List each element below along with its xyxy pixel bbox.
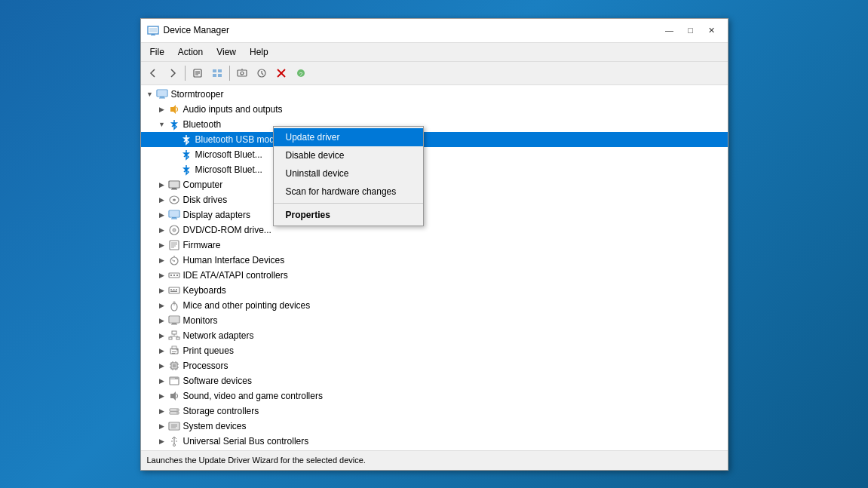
tree-item-sysdev[interactable]: ▶ System devices xyxy=(141,419,728,434)
monitors-icon xyxy=(168,315,180,327)
expand-storage[interactable]: ▶ xyxy=(156,405,168,417)
tree-item-computer[interactable]: ▶ Computer xyxy=(141,177,728,192)
device-manager-window: Device Manager — □ ✕ File Action View He… xyxy=(140,18,728,471)
svg-rect-2 xyxy=(152,34,155,35)
tree-panel[interactable]: ▼ Stormtrooper ▶ xyxy=(141,85,728,450)
menu-help[interactable]: Help xyxy=(244,45,275,60)
tree-item-processors[interactable]: ▶ Processors xyxy=(141,358,728,373)
tree-item-bluetooth[interactable]: ▼ Bluetooth xyxy=(141,117,728,132)
tree-item-sound[interactable]: ▶ Sound, video and game controllers xyxy=(141,388,728,404)
svg-rect-50 xyxy=(176,275,178,276)
ctx-update-driver[interactable]: Update driver xyxy=(274,128,423,146)
expand-sound[interactable]: ▶ xyxy=(156,390,168,402)
maximize-button[interactable]: □ xyxy=(681,23,701,38)
expand-usb[interactable]: ▶ xyxy=(156,435,168,447)
computer-icon xyxy=(156,88,168,100)
expand-firmware[interactable]: ▶ xyxy=(156,239,168,251)
bluetooth-label: Bluetooth xyxy=(183,119,222,130)
menu-action[interactable]: Action xyxy=(172,45,209,60)
status-text: Launches the Update Driver Wizard for th… xyxy=(147,456,533,465)
ctx-properties[interactable]: Properties xyxy=(274,206,423,224)
ctx-uninstall-device[interactable]: Uninstall device xyxy=(274,164,423,183)
title-bar-left: Device Manager xyxy=(147,24,229,36)
expand-keyboards[interactable]: ▶ xyxy=(156,284,168,296)
toolbar-help-btn[interactable]: ? xyxy=(292,64,310,82)
expand-ide[interactable]: ▶ xyxy=(156,269,168,281)
tree-item-ms-bt2[interactable]: Microsoft Bluet... xyxy=(141,162,728,177)
svg-rect-49 xyxy=(173,275,175,276)
ctx-disable-device[interactable]: Disable device xyxy=(274,146,423,164)
tree-item-storage[interactable]: ▶ Storage controllers xyxy=(141,404,728,419)
toolbar-sep-2 xyxy=(229,66,230,81)
tree-item-mice[interactable]: ▶ Mice and other pointing devices xyxy=(141,298,728,313)
minimize-button[interactable]: — xyxy=(660,23,679,38)
svg-point-13 xyxy=(241,72,244,75)
tree-item-dvd[interactable]: ▶ DVD/CD-ROM drive... xyxy=(141,223,728,238)
svg-point-93 xyxy=(176,409,177,410)
expand-print[interactable]: ▶ xyxy=(156,345,168,357)
tree-item-ide[interactable]: ▶ IDE ATA/ATAPI controllers xyxy=(141,268,728,283)
expand-audio[interactable]: ▶ xyxy=(156,103,168,115)
expand-computer[interactable]: ▶ xyxy=(156,179,168,191)
tree-item-network[interactable]: ▶ Network adapters xyxy=(141,328,728,343)
mice-icon xyxy=(168,299,180,312)
tree-item-audio[interactable]: ▶ Audio inputs and outputs xyxy=(141,102,728,117)
toolbar-back-btn[interactable] xyxy=(144,64,162,82)
tree-item-print[interactable]: ▶ Print queues xyxy=(141,343,728,358)
expand-display[interactable]: ▶ xyxy=(156,209,168,221)
firmware-icon xyxy=(168,239,180,251)
toolbar-update-btn[interactable] xyxy=(233,64,251,82)
expand-software[interactable]: ▶ xyxy=(156,375,168,387)
expand-network[interactable]: ▶ xyxy=(156,330,168,342)
toolbar-properties-btn[interactable] xyxy=(189,64,207,82)
toolbar-sep-1 xyxy=(185,66,186,81)
storage-label: Storage controllers xyxy=(183,406,259,416)
menu-bar: File Action View Help xyxy=(141,43,728,62)
expand-mice[interactable]: ▶ xyxy=(156,299,168,312)
expand-hid[interactable]: ▶ xyxy=(156,254,168,266)
tree-item-bt-usb[interactable]: Bluetooth USB module xyxy=(141,132,728,147)
toolbar: ? xyxy=(141,62,728,85)
toolbar-forward-btn[interactable] xyxy=(164,64,182,82)
expand-processors[interactable]: ▶ xyxy=(156,360,168,372)
display-icon xyxy=(168,209,180,221)
storage-icon xyxy=(168,405,180,417)
sound-label: Sound, video and game controllers xyxy=(183,391,323,401)
toolbar-scan-btn[interactable] xyxy=(253,64,271,82)
software-icon xyxy=(168,375,180,387)
svg-rect-28 xyxy=(171,189,177,189)
bt-usb-icon xyxy=(180,134,192,146)
close-button[interactable]: ✕ xyxy=(702,23,722,38)
tree-item-disk[interactable]: ▶ Disk drives xyxy=(141,192,728,207)
firmware-label: Firmware xyxy=(183,240,221,250)
expand-disk[interactable]: ▶ xyxy=(156,194,168,206)
svg-rect-51 xyxy=(169,287,179,293)
disk-label: Disk drives xyxy=(183,195,228,205)
tree-item-ms-bt1[interactable]: Microsoft Bluet... xyxy=(141,147,728,162)
tree-item-usb[interactable]: ▶ Universal Serial Bus controllers xyxy=(141,434,728,449)
expand-root[interactable]: ▼ xyxy=(144,88,156,100)
tree-item-keyboards[interactable]: ▶ Keyboards xyxy=(141,283,728,298)
tree-item-firmware[interactable]: ▶ Firmware xyxy=(141,238,728,253)
toolbar-view-btn[interactable] xyxy=(208,64,226,82)
tree-item-root[interactable]: ▼ Stormtrooper xyxy=(141,87,728,102)
svg-rect-61 xyxy=(172,323,176,324)
expand-monitors[interactable]: ▶ xyxy=(156,315,168,327)
svg-rect-52 xyxy=(170,289,172,290)
computer-label: Computer xyxy=(183,180,223,190)
svg-rect-3 xyxy=(151,35,155,35)
tree-item-monitors[interactable]: ▶ Monitors xyxy=(141,313,728,328)
mice-label: Mice and other pointing devices xyxy=(183,300,311,311)
tree-item-display[interactable]: ▶ Display adapters xyxy=(141,207,728,223)
svg-point-89 xyxy=(173,377,174,378)
toolbar-remove-btn[interactable] xyxy=(272,64,290,82)
root-label: Stormtrooper xyxy=(171,89,224,100)
expand-bluetooth[interactable]: ▼ xyxy=(156,118,168,130)
menu-view[interactable]: View xyxy=(210,45,242,60)
tree-item-software[interactable]: ▶ Software devices xyxy=(141,373,728,388)
expand-sysdev[interactable]: ▶ xyxy=(156,420,168,432)
ctx-scan-hardware[interactable]: Scan for hardware changes xyxy=(274,183,423,201)
tree-item-hid[interactable]: ▶ Human Interface Devices xyxy=(141,253,728,268)
expand-dvd[interactable]: ▶ xyxy=(156,224,168,236)
menu-file[interactable]: File xyxy=(144,45,170,60)
